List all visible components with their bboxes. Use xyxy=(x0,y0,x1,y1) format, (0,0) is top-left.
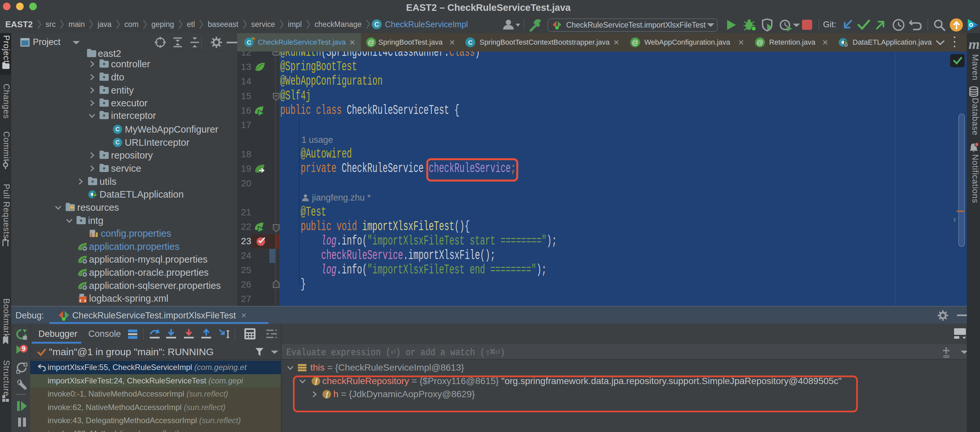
svg-text:C: C xyxy=(116,126,120,133)
svg-text:9: 9 xyxy=(22,345,25,352)
svg-text:@: @ xyxy=(632,39,638,46)
svg-text:@: @ xyxy=(757,39,763,46)
svg-text:C: C xyxy=(247,39,251,46)
svg-text:C: C xyxy=(468,39,473,46)
svg-text:@: @ xyxy=(368,39,374,46)
svg-text:C: C xyxy=(116,139,120,146)
